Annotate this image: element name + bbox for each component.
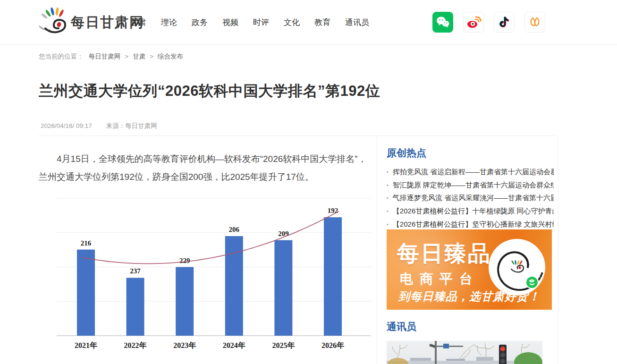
nav-item-甘肃[interactable]: 甘肃 bbox=[130, 17, 146, 28]
correspondent-section-title: 通讯员 bbox=[387, 320, 416, 333]
breadcrumb-separator: > bbox=[150, 53, 153, 60]
main-nav: 甘肃理论政务视频时评文化教育通讯员 bbox=[130, 0, 369, 45]
chart-value-label: 237 bbox=[130, 267, 141, 275]
traffic-light bbox=[499, 345, 507, 364]
ranking-chart: 2162021年2372022年2292023年2062024年2092025年… bbox=[53, 196, 374, 356]
hot-list-item[interactable]: 挥拍竞风流 省运启新程——甘肃省第十六届运动会群 bbox=[387, 165, 554, 178]
breadcrumb-link-甘肃[interactable]: 甘肃 bbox=[133, 53, 145, 60]
chart-value-label: 206 bbox=[229, 226, 240, 233]
hot-list-item[interactable]: 【2026甘肃植树公益行】坚守初心播新绿 文旅兴村绘 bbox=[387, 218, 554, 231]
chart-value-label: 192 bbox=[328, 207, 338, 214]
banner-subtitle: 电商平台 bbox=[400, 270, 479, 288]
chart-value-label: 216 bbox=[81, 239, 92, 247]
wechat-icon[interactable] bbox=[432, 12, 453, 33]
douyin-icon[interactable] bbox=[494, 12, 515, 33]
nav-item-政务[interactable]: 政务 bbox=[192, 17, 208, 28]
breadcrumb: 您当前的位置： 每日甘肃网>甘肃>综合发布 bbox=[39, 52, 183, 61]
source-label: 来源： bbox=[106, 122, 126, 129]
nav-item-视频[interactable]: 视频 bbox=[222, 17, 238, 28]
nav-item-时评[interactable]: 时评 bbox=[253, 17, 269, 28]
nav-item-通讯员[interactable]: 通讯员 bbox=[345, 17, 369, 28]
breadcrumb-link-每日甘肃网[interactable]: 每日甘肃网 bbox=[89, 53, 121, 60]
sidebar: 原创热点 挥拍竞风流 省运启新程——甘肃省第十六届运动会群智汇陇原 牌定乾坤——… bbox=[377, 136, 558, 364]
chart-value-label: 229 bbox=[179, 257, 190, 264]
chart-bar bbox=[77, 250, 95, 336]
chart-bar bbox=[176, 267, 194, 336]
article-meta: 2026/04/16/ 09:17 来源：每日甘肃网 bbox=[41, 122, 157, 130]
wechat-channels-icon[interactable] bbox=[524, 12, 545, 33]
hot-list: 挥拍竞风流 省运启新程——甘肃省第十六届运动会群智汇陇原 牌定乾坤——甘肃省第十… bbox=[387, 165, 554, 230]
chart-category-label: 2023年 bbox=[173, 341, 196, 349]
article-paragraph: 4月15日，全球领先的高等教育评价机构—软科发布“2026软科中国大学排名”， … bbox=[39, 150, 370, 186]
nav-item-理论[interactable]: 理论 bbox=[161, 17, 177, 28]
ecommerce-banner[interactable]: 每日臻品 电商平台 到每日臻品，选甘肃好货！ bbox=[387, 229, 552, 310]
chart-category-label: 2022年 bbox=[124, 341, 147, 349]
qr-code-icon bbox=[489, 239, 545, 296]
banner-title: 每日臻品 bbox=[397, 239, 491, 269]
breadcrumb-separator: > bbox=[125, 53, 128, 60]
breadcrumb-prefix: 您当前的位置： bbox=[39, 53, 84, 60]
social-links bbox=[432, 12, 545, 33]
trend-line bbox=[82, 212, 339, 264]
page-title: 兰州交通大学位列“2026软科中国大学排名”第192位 bbox=[39, 81, 511, 101]
hot-section-title: 原创热点 bbox=[387, 146, 426, 160]
chart-category-label: 2026年 bbox=[321, 341, 344, 349]
wechat-pay-icon bbox=[526, 276, 538, 288]
weibo-icon[interactable] bbox=[463, 12, 484, 33]
correspondent-photo[interactable] bbox=[387, 341, 542, 364]
site-logo[interactable]: 每日甘肃网 bbox=[39, 8, 144, 38]
logo-eye-icon bbox=[39, 8, 69, 38]
hot-list-item[interactable]: 智汇陇原 牌定乾坤——甘肃省第十六届运动会群众组 bbox=[387, 178, 554, 192]
breadcrumb-link-综合发布[interactable]: 综合发布 bbox=[158, 53, 183, 60]
nav-item-文化[interactable]: 文化 bbox=[284, 17, 300, 28]
chart-bar bbox=[274, 240, 292, 336]
chart-category-label: 2021年 bbox=[75, 341, 97, 349]
article-date: 2026/04/16/ 09:17 bbox=[41, 122, 92, 129]
chart-category-label: 2025年 bbox=[272, 341, 295, 349]
hot-list-item[interactable]: 气排逐梦竞风流 省运风采耀洮河——甘肃省第十六届 bbox=[387, 191, 554, 204]
chart-bar bbox=[324, 217, 342, 336]
hot-list-item[interactable]: 【2026甘肃植树公益行】十年植绿陇原 同心守护青山 bbox=[387, 204, 554, 218]
site-header: 每日甘肃网 甘肃理论政务视频时评文化教育通讯员 bbox=[0, 0, 617, 45]
chart-bar bbox=[127, 278, 144, 336]
nav-item-教育[interactable]: 教育 bbox=[314, 17, 330, 28]
article-source: 每日甘肃网 bbox=[125, 122, 157, 129]
chart-category-label: 2024年 bbox=[223, 341, 245, 349]
